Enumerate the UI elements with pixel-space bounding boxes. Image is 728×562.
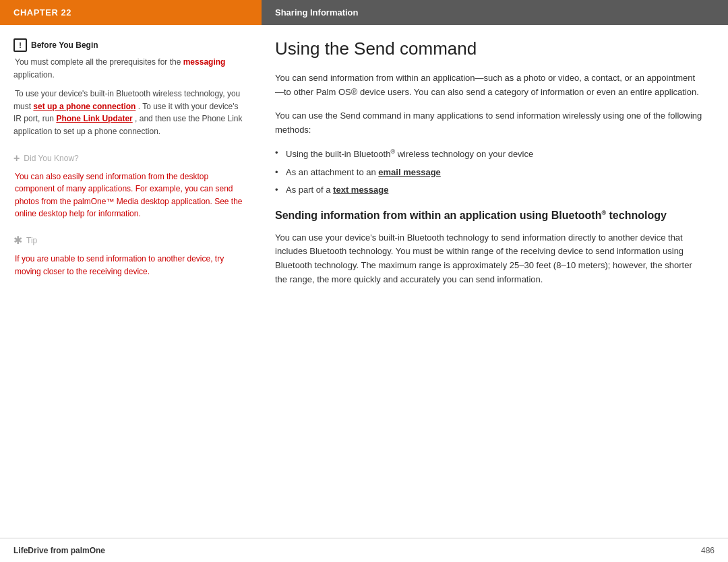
tip-text: If you are unable to send information to… (13, 253, 248, 278)
section-label: Sharing Information (275, 7, 359, 18)
page-number: 486 (701, 546, 715, 555)
messaging-link[interactable]: messaging (183, 57, 226, 67)
main-content: ! Before You Begin You must complete all… (0, 25, 728, 538)
bullet-item-3: As part of a text message (275, 183, 704, 197)
bullet-item-1: Using the built-in Bluetooth® wireless t… (275, 146, 704, 161)
sidebar: ! Before You Begin You must complete all… (0, 38, 262, 538)
tip-header: ✱ Tip (13, 232, 248, 249)
plus-icon: + (13, 150, 20, 166)
asterisk-icon: ✱ (13, 232, 22, 249)
did-you-know-text: You can also easily send information fro… (13, 170, 248, 220)
exclamation-icon: ! (13, 38, 27, 52)
before-you-begin-section: ! Before You Begin You must complete all… (13, 38, 248, 138)
article: Using the Send command You can send info… (262, 38, 728, 538)
bullet-item-2: As an attachment to an email message (275, 166, 704, 180)
section-header: Sharing Information (262, 0, 728, 25)
page-footer: LifeDrive from palmOne 486 (0, 538, 728, 562)
did-you-know-title: Did You Know? (24, 152, 78, 164)
phone-link-updater-link[interactable]: Phone Link Updater (56, 114, 132, 123)
article-para1: You can send information from within an … (275, 71, 704, 100)
article-para2: You can use the Send command in many app… (275, 109, 704, 137)
bullet1-text-start: Using the built-in Bluetooth® wireless t… (286, 149, 533, 159)
tip-title: Tip (26, 235, 37, 247)
before-you-begin-para1: You must complete all the prerequisites … (13, 56, 248, 81)
bullet2-text-start: As an attachment to an (286, 167, 378, 177)
footer-left: LifeDrive from palmOne (13, 546, 105, 555)
phone-connection-link[interactable]: set up a phone connection (33, 102, 135, 111)
email-message-link[interactable]: email message (378, 167, 441, 177)
did-you-know-section: + Did You Know? You can also easily send… (13, 150, 248, 220)
para1-text: You must complete all the prerequisites … (13, 57, 225, 80)
article-title: Using the Send command (275, 38, 704, 59)
section-heading: Sending information from within an appli… (275, 208, 704, 223)
page-header: CHAPTER 22 Sharing Information (0, 0, 728, 25)
bullet3-text-start: As part of a (286, 185, 333, 195)
did-you-know-header: + Did You Know? (13, 150, 248, 166)
tip-section: ✱ Tip If you are unable to send informat… (13, 232, 248, 278)
para2-text: To use your device's built-in Bluetooth … (13, 89, 243, 136)
before-you-begin-title: Before You Begin (31, 39, 98, 51)
chapter-header: CHAPTER 22 (0, 0, 262, 25)
bullet-list: Using the built-in Bluetooth® wireless t… (275, 146, 704, 197)
text-message-link[interactable]: text message (333, 185, 388, 195)
chapter-label: CHAPTER 22 (13, 7, 71, 18)
section-paragraph: You can use your device's built-in Bluet… (275, 231, 704, 287)
before-you-begin-para2: To use your device's built-in Bluetooth … (13, 88, 248, 137)
before-you-begin-header: ! Before You Begin (13, 38, 248, 52)
